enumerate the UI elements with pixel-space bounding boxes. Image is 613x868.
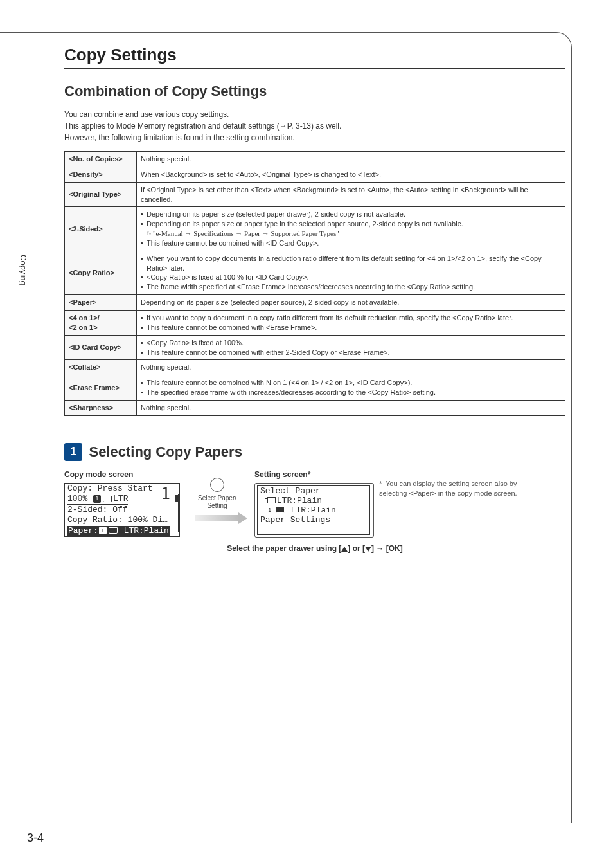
select-paper-button-icon <box>210 478 224 492</box>
section-subtitle: Combination of Copy Settings <box>64 83 565 100</box>
transition-column: Select Paper/ Setting <box>185 470 249 538</box>
down-arrow-icon <box>365 547 371 552</box>
drawer-1-icon: 1 <box>99 527 107 534</box>
lcd-setting-wrap: Select Paper LTR:Plain 1 LTR:Plain Paper… <box>254 483 374 538</box>
row-content: •When you want to copy documents in a re… <box>137 251 565 294</box>
arrow-icon <box>195 515 240 521</box>
table-row: <4 on 1>/ <2 on 1> •If you want to copy … <box>65 310 565 335</box>
table-row: <ID Card Copy> •<Copy Ratio> is fixed at… <box>65 335 565 360</box>
lcd-copy-mode: Copy: Press Start 100% 1LTR 1 2-Sided: O… <box>64 483 180 537</box>
intro-line: You can combine and use various copy set… <box>64 109 565 120</box>
intro-line: However, the following limitation is fou… <box>64 132 565 143</box>
scrollbar-thumb <box>175 495 178 502</box>
table-row: <Paper> Depending on its paper size (sel… <box>65 295 565 311</box>
settings-table: <No. of Copies> Nothing special. <Densit… <box>64 151 565 416</box>
table-row: <Collate> Nothing special. <box>65 360 565 375</box>
row-label: <Paper> <box>65 295 137 311</box>
table-row: <Sharpness> Nothing special. <box>65 400 565 415</box>
row-label: <Density> <box>65 167 137 182</box>
row-label: <Sharpness> <box>65 400 137 415</box>
setting-screen-label: Setting screen* <box>254 470 374 479</box>
row-content: •<Copy Ratio> is fixed at 100%. •This fe… <box>137 335 565 360</box>
row-label: <Erase Frame> <box>65 375 137 401</box>
row-content: If <Original Type> is set other than <Te… <box>137 182 565 207</box>
step-number-badge: 1 <box>64 443 82 461</box>
intro-text: You can combine and use various copy set… <box>64 109 565 143</box>
table-row: <Original Type> If <Original Type> is se… <box>65 182 565 207</box>
row-label: <Collate> <box>65 360 137 375</box>
lcd-setting: Select Paper LTR:Plain 1 LTR:Plain Paper… <box>257 485 370 535</box>
footnote: *You can display the setting screen also… <box>379 470 520 538</box>
section-selecting-copy-papers: 1 Selecting Copy Papers Copy mode screen… <box>64 443 565 553</box>
page-number: 3-4 <box>27 831 44 845</box>
select-paper-button-label: Select Paper/ Setting <box>185 494 249 510</box>
tray-icon <box>276 507 285 513</box>
content-area: Copy Settings Combination of Copy Settin… <box>64 45 565 553</box>
row-label: <Copy Ratio> <box>65 251 137 294</box>
row-content: •If you want to copy a document in a cop… <box>137 310 565 335</box>
row-content: •This feature cannot be combined with N … <box>137 375 565 401</box>
drawer-1-icon: 1 <box>93 495 101 503</box>
tray-icon <box>109 527 118 534</box>
table-row: <No. of Copies> Nothing special. <box>65 152 565 167</box>
table-row: <Copy Ratio> •When you want to copy docu… <box>65 251 565 294</box>
copy-mode-label: Copy mode screen <box>64 470 180 479</box>
page-title: Copy Settings <box>64 45 565 65</box>
title-bar: Copy Settings <box>64 45 565 69</box>
row-content: When <Background> is set to <Auto>, <Ori… <box>137 167 565 182</box>
row-content: Nothing special. <box>137 152 565 167</box>
copy-mode-column: Copy mode screen Copy: Press Start 100% … <box>64 470 180 538</box>
table-row: <2-Sided> •Depending on its paper size (… <box>65 207 565 251</box>
tray-icon <box>103 496 112 502</box>
side-tab-copying: Copying <box>19 255 28 285</box>
drawer-1-icon: 1 <box>266 506 274 514</box>
table-row: <Erase Frame> •This feature cannot be co… <box>65 375 565 401</box>
intro-line: This applies to Mode Memory registration… <box>64 120 565 132</box>
row-content: Depending on its paper size (selected pa… <box>137 295 565 311</box>
row-label: <Original Type> <box>65 182 137 207</box>
row-label: <ID Card Copy> <box>65 335 137 360</box>
row-content: •Depending on its paper size (selected p… <box>137 207 565 251</box>
setting-screen-column: Setting screen* Select Paper LTR:Plain 1… <box>254 470 374 538</box>
table-row: <Density> When <Background> is set to <A… <box>65 167 565 182</box>
row-content: Nothing special. <box>137 400 565 415</box>
mp-tray-icon <box>267 497 276 503</box>
row-label: <2-Sided> <box>65 207 137 251</box>
row-label: <No. of Copies> <box>65 152 137 167</box>
section2-title: Selecting Copy Papers <box>89 444 242 460</box>
instruction-text: Select the paper drawer using [] or [] →… <box>64 544 565 553</box>
row-label: <4 on 1>/ <2 on 1> <box>65 310 137 335</box>
copies-count: 1 <box>161 486 170 502</box>
up-arrow-icon <box>341 547 348 552</box>
row-content: Nothing special. <box>137 360 565 375</box>
